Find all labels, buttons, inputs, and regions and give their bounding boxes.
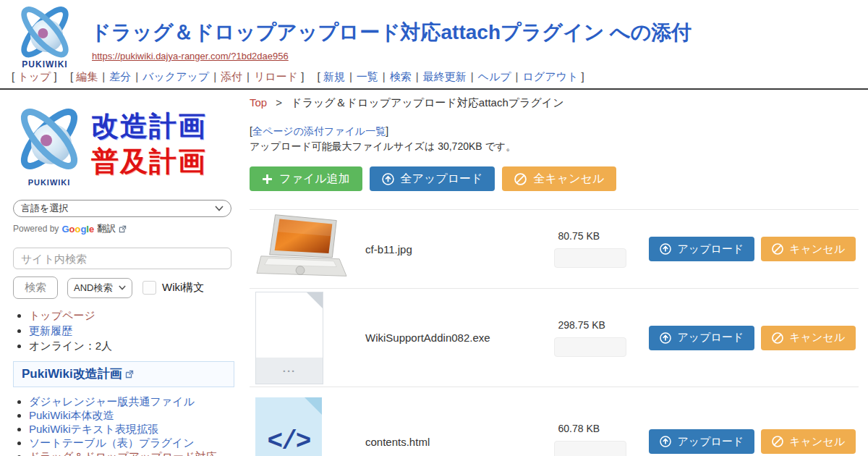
sidebar-item-common-files[interactable]: ダジャレンジャー版共通ファイル <box>29 395 195 408</box>
file-row: </> contents.html 60.78 KB アップロード <box>250 387 859 456</box>
page-title: ドラッグ＆ドロップアップロード対応attachプラグイン への添付 <box>90 19 692 46</box>
file-size-cell: 298.75 KB <box>554 319 637 357</box>
nav-list[interactable]: 一覧 <box>357 70 378 83</box>
file-row: ... WikiSupportAddin082.exe 298.75 KB アッ… <box>250 289 859 387</box>
nav-search[interactable]: 検索 <box>390 70 412 83</box>
breadcrumb-top-link[interactable]: Top <box>250 96 267 109</box>
cancel-all-button[interactable]: 全キャンセル <box>502 166 616 191</box>
nav-new[interactable]: 新規 <box>323 70 345 83</box>
file-thumbnail: </> <box>250 397 365 456</box>
file-name: WikiSupportAddin082.exe <box>365 332 554 344</box>
online-users-count: オンライン：2人 <box>29 339 112 352</box>
html-file-icon: </> <box>255 397 322 456</box>
upload-button[interactable]: アップロード <box>649 326 754 350</box>
upload-circle-icon <box>382 173 394 185</box>
breadcrumb-current-page: ドラッグ＆ドロップアップロード対応attachプラグイン <box>291 96 563 109</box>
cancel-button[interactable]: キャンセル <box>761 429 856 454</box>
sidebar-item-top-page[interactable]: トップページ <box>29 309 95 321</box>
nav-top[interactable]: トップ <box>17 70 51 83</box>
list-item: ダジャレンジャー版共通ファイル <box>29 395 239 408</box>
file-row-actions: アップロード キャンセル <box>649 429 859 454</box>
file-size-cell: 80.75 KB <box>554 230 637 268</box>
nav-edit[interactable]: 編集 <box>76 70 98 83</box>
site-title-link[interactable]: PukiWiki改造計画 <box>22 366 134 382</box>
atom-logo-icon <box>13 4 77 62</box>
atom-logo-icon <box>13 101 85 180</box>
sidebar-item-sort-table[interactable]: ソートテーブル（表）プラグイン <box>29 436 195 449</box>
page-fold <box>307 292 323 308</box>
add-files-button[interactable]: ファイル追加 <box>250 166 362 191</box>
nav-group-page: [ 編集|差分|バックアップ|添付|リロード ] <box>70 70 304 83</box>
upload-progress-bar <box>554 337 626 357</box>
wiki-syntax-label: Wiki構文 <box>162 281 204 295</box>
language-select-value: 言語を選択 <box>21 202 68 215</box>
list-item: ドラッグ＆ドロップアップロード対応attachプラグイン <box>29 450 239 456</box>
page-url-link[interactable]: https://pukiwiki.dajya-ranger.com/?1bd2d… <box>92 51 289 62</box>
sidebar-item-dnd-attach[interactable]: ドラッグ＆ドロップアップロード対応attachプラグイン <box>29 450 217 456</box>
ban-icon <box>772 436 783 447</box>
upload-button[interactable]: アップロード <box>649 237 754 261</box>
nav-recent[interactable]: 最終更新 <box>423 70 467 83</box>
upload-progress-bar <box>554 248 626 268</box>
site-search-input[interactable] <box>13 248 231 269</box>
file-row-actions: アップロード キャンセル <box>649 326 859 350</box>
nav-group-site: [ 新規|一覧|検索|最終更新|ヘルプ|ログアウト ] <box>318 70 584 83</box>
upload-toolbar: ファイル追加 全アップロード 全キャンセル <box>250 166 859 191</box>
file-size: 80.75 KB <box>554 230 637 242</box>
site-title-box: PukiWiki改造計画 <box>13 361 234 387</box>
cancel-button[interactable]: キャンセル <box>761 326 856 350</box>
attach-file-list-line: [全ページの添付ファイル一覧] <box>250 125 859 138</box>
upload-file-list: cf-b11.jpg 80.75 KB アップロード <box>250 209 859 456</box>
sidebar-site-logo[interactable]: PUKIWIKI 改造計画 普及計画 <box>13 94 239 194</box>
pukiwiki-logo[interactable]: PUKIWIKI <box>12 4 78 69</box>
plus-icon <box>262 174 273 185</box>
google-translate-attribution: Powered by Google 翻訳 <box>13 222 239 235</box>
ban-icon <box>772 243 783 255</box>
file-size: 298.75 KB <box>554 319 637 331</box>
sidebar-item-update-history[interactable]: 更新履歴 <box>29 324 72 337</box>
list-item: オンライン：2人 <box>29 339 239 352</box>
list-item: ソートテーブル（表）プラグイン <box>29 436 239 449</box>
cancel-button[interactable]: キャンセル <box>761 237 856 261</box>
code-icon: </> <box>268 427 310 456</box>
file-row: cf-b11.jpg 80.75 KB アップロード <box>250 210 859 289</box>
google-logo: Google <box>61 224 94 235</box>
search-mode-select[interactable]: AND検索 <box>67 278 132 298</box>
file-row-actions: アップロード キャンセル <box>649 237 859 261</box>
translate-label[interactable]: 翻訳 <box>97 222 116 235</box>
ban-icon <box>514 173 527 185</box>
laptop-photo-thumbnail <box>255 213 348 282</box>
nav-diff[interactable]: 差分 <box>109 70 131 83</box>
top-navbar: [ トップ ] [ 編集|差分|バックアップ|添付|リロード ] [ 新規|一覧… <box>12 70 595 84</box>
all-pages-attach-list-link[interactable]: 全ページの添付ファイル一覧 <box>252 125 386 137</box>
upload-progress-bar <box>554 441 626 456</box>
nav-reload[interactable]: リロード <box>254 70 298 83</box>
sidebar-quick-links: トップページ 更新履歴 オンライン：2人 <box>29 309 239 352</box>
list-item: PukiWikiテキスト表現拡張 <box>29 423 239 435</box>
nav-logout[interactable]: ログアウト <box>523 70 579 83</box>
slogan-line-2: 普及計画 <box>91 144 207 180</box>
language-select[interactable]: 言語を選択 <box>13 200 231 217</box>
nav-backup[interactable]: バックアップ <box>142 70 209 83</box>
slogan-line-1: 改造計画 <box>91 109 207 144</box>
search-button[interactable]: 検索 <box>13 276 58 299</box>
ban-icon <box>772 332 783 344</box>
external-link-icon <box>125 370 134 379</box>
upload-circle-icon <box>660 243 671 255</box>
sidebar-item-core-mods[interactable]: PukiWiki本体改造 <box>29 409 114 421</box>
sidebar-item-text-extension[interactable]: PukiWikiテキスト表現拡張 <box>29 423 158 435</box>
generic-file-icon: ... <box>255 292 323 384</box>
search-controls-row: 検索 AND検索 Wiki構文 <box>13 276 239 299</box>
site-slogan: 改造計画 普及計画 <box>91 109 207 180</box>
file-name: contents.html <box>365 436 554 448</box>
main-content: Top > ドラッグ＆ドロップアップロード対応attachプラグイン [全ページ… <box>250 96 859 456</box>
upload-button[interactable]: アップロード <box>649 429 754 454</box>
chevron-down-icon <box>215 206 224 211</box>
nav-help[interactable]: ヘルプ <box>478 70 511 83</box>
wiki-syntax-checkbox[interactable] <box>142 281 156 295</box>
search-mode-value: AND検索 <box>74 282 112 295</box>
file-size: 60.78 KB <box>554 423 637 434</box>
pukiwiki-attach-page: PUKIWIKI ドラッグ＆ドロップアップロード対応attachプラグイン への… <box>0 0 868 456</box>
upload-all-button[interactable]: 全アップロード <box>370 166 495 191</box>
nav-attach[interactable]: 添付 <box>221 70 242 83</box>
